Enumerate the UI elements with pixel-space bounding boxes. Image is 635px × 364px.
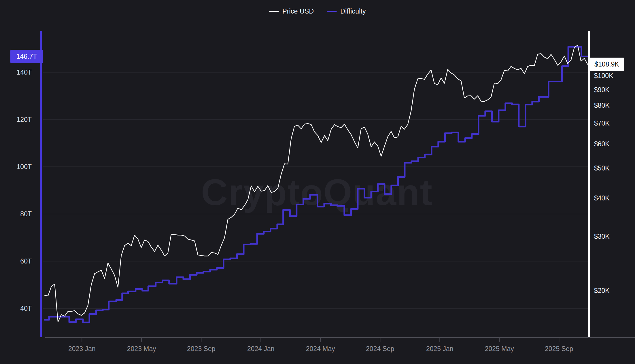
x-tick-label: 2025 Jan xyxy=(408,345,471,353)
legend-label-difficulty: Difficulty xyxy=(340,7,366,15)
y-left-tick-label: 140T xyxy=(0,69,32,76)
y-right-tick-label: $40K xyxy=(594,194,610,202)
x-tick-label: 2024 May xyxy=(289,345,352,353)
chart-svg[interactable]: CryptoQuant xyxy=(0,0,635,364)
x-tick-label: 2024 Jan xyxy=(229,345,292,353)
x-tick-label: 2023 Jan xyxy=(50,345,114,353)
x-tick-label: 2025 Sep xyxy=(527,345,591,353)
y-right-tick-label: $60K xyxy=(594,140,610,148)
price-legend-dash-icon xyxy=(269,11,279,12)
y-left-tick-label: 80T xyxy=(0,210,32,218)
chart-legend: Price USD Difficulty xyxy=(0,7,635,16)
y-left-tick-label: 120T xyxy=(0,116,32,124)
y-left-tick-label: 40T xyxy=(0,305,32,312)
y-left-tick-label: 60T xyxy=(0,257,32,265)
y-right-tick-label: $50K xyxy=(594,164,610,172)
x-tick-label: 2023 May xyxy=(110,345,173,353)
legend-label-price: Price USD xyxy=(282,7,314,15)
x-tick-label: 2023 Sep xyxy=(169,345,233,353)
y-right-tick-label: $30K xyxy=(594,232,610,240)
y-right-tick-label: $100K xyxy=(594,72,613,80)
y-right-tick-label: $70K xyxy=(594,120,610,127)
y-right-tick-label: $90K xyxy=(594,86,610,94)
y-right-tick-label: $80K xyxy=(594,102,610,109)
difficulty-legend-dash-icon xyxy=(327,11,337,12)
x-tick-label: 2025 May xyxy=(468,345,531,353)
y-left-tick-label: 100T xyxy=(0,163,32,171)
chart-root: CryptoQuant Price USD Difficulty 146.7T … xyxy=(0,0,635,364)
x-tick-label: 2024 Sep xyxy=(348,345,412,353)
legend-item-price[interactable]: Price USD xyxy=(269,7,314,15)
price-current-value-badge: $108.9K xyxy=(589,58,624,71)
legend-item-difficulty[interactable]: Difficulty xyxy=(327,7,366,15)
y-right-tick-label: $20K xyxy=(594,287,610,294)
difficulty-current-value-badge: 146.7T xyxy=(10,50,43,63)
